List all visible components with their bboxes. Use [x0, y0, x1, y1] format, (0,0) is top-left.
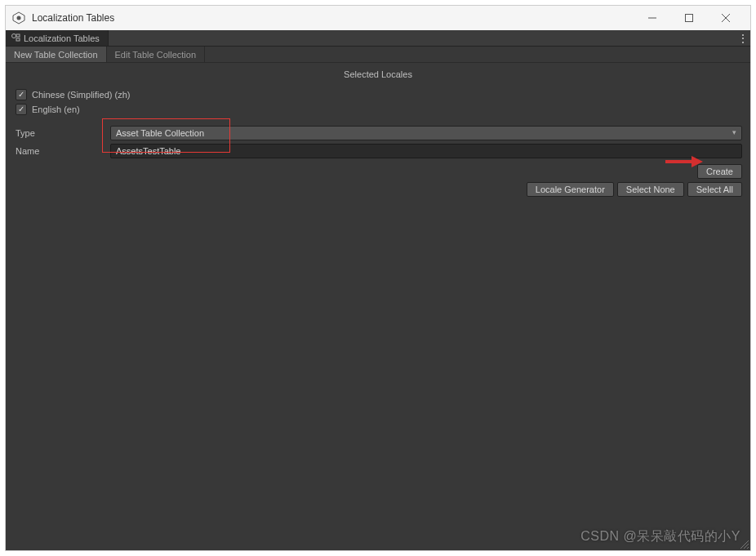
create-button[interactable]: Create	[697, 164, 742, 179]
close-button[interactable]	[707, 6, 744, 30]
locale-label: Chinese (Simplified) (zh)	[32, 90, 130, 100]
tab-edit-table-collection[interactable]: Edit Table Collection	[107, 47, 205, 62]
resize-grip[interactable]	[738, 538, 749, 549]
svg-point-1	[17, 16, 21, 20]
name-label: Name	[14, 146, 110, 156]
svg-rect-8	[16, 38, 20, 41]
svg-line-11	[747, 547, 749, 549]
svg-point-6	[12, 33, 16, 38]
sub-tabs: New Table Collection Edit Table Collecti…	[6, 47, 750, 63]
doc-tab-label: Localization Tables	[24, 33, 100, 43]
type-row: Type Asset Table Collection ▾	[14, 125, 742, 141]
doc-tab-localization-tables[interactable]: Localization Tables	[6, 30, 109, 46]
app-icon	[12, 11, 25, 24]
maximize-button[interactable]	[670, 6, 707, 30]
section-title: Selected Locales	[14, 69, 742, 79]
type-dropdown[interactable]: Asset Table Collection ▾	[110, 126, 742, 140]
name-input[interactable]	[110, 144, 742, 158]
tab-menu-button[interactable]: ⋮	[736, 30, 750, 46]
editor-content: Localization Tables ⋮ New Table Collecti…	[6, 30, 750, 550]
locale-generator-button[interactable]: Locale Generator	[527, 182, 614, 197]
checkbox-icon[interactable]: ✓	[16, 104, 27, 115]
locale-label: English (en)	[32, 105, 80, 114]
locate-icon	[11, 33, 20, 44]
tab-new-table-collection[interactable]: New Table Collection	[6, 47, 107, 62]
type-value: Asset Table Collection	[116, 128, 204, 138]
minimize-button[interactable]	[634, 6, 670, 30]
checkbox-icon[interactable]: ✓	[16, 89, 27, 100]
doc-tab-row: Localization Tables ⋮	[6, 30, 750, 47]
window-frame: Localization Tables Localization Table	[5, 5, 751, 551]
chevron-down-icon: ▾	[732, 128, 736, 136]
locale-row-zh[interactable]: ✓ Chinese (Simplified) (zh)	[14, 87, 742, 102]
locale-row-en[interactable]: ✓ English (en)	[14, 102, 742, 117]
name-row: Name	[14, 143, 742, 159]
type-label: Type	[14, 128, 110, 138]
window-title: Localization Tables	[32, 12, 114, 24]
svg-rect-3	[685, 15, 692, 22]
select-all-button[interactable]: Select All	[687, 182, 742, 197]
body-area: Selected Locales ✓ Chinese (Simplified) …	[6, 63, 750, 550]
select-none-button[interactable]: Select None	[617, 182, 684, 197]
titlebar[interactable]: Localization Tables	[6, 6, 750, 30]
svg-rect-7	[16, 34, 20, 37]
